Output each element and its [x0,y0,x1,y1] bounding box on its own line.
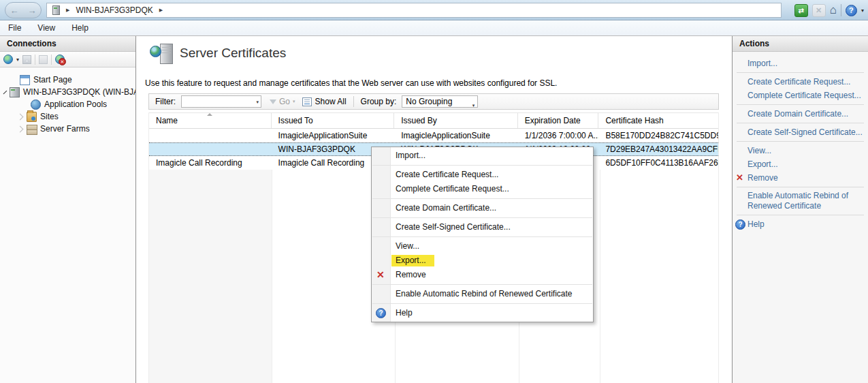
expand-icon[interactable] [17,125,24,132]
server-certificates-icon [150,44,176,65]
filter-combobox[interactable]: ▾ [176,95,261,108]
action-help[interactable]: ? Help [733,217,868,231]
menu-divider [372,284,592,285]
go-button-disabled: Go [279,97,290,106]
tree-item-application-pools[interactable]: Application Pools [0,98,135,110]
toolbar-divider [841,4,841,16]
actions-divider [737,123,864,123]
action-create-self-signed-certificate[interactable]: Create Self-Signed Certificate... [733,125,868,139]
filter-dropdown-icon[interactable]: ▾ [256,99,259,105]
sorted-column-shade [149,170,272,383]
go-dropdown-icon: ▾ [293,99,295,104]
collapse-icon[interactable] [3,90,7,94]
application-pools-icon [31,99,41,110]
tree-item-server-farms[interactable]: Server Farms [0,123,135,135]
action-remove[interactable]: ✕ Remove [733,171,868,185]
filter-toolbar: Filter: ▾ Go ▾ Show All Group by: No Gro… [148,93,719,110]
column-header-issued-by[interactable]: Issued By [394,113,518,128]
menu-help[interactable]: Help [63,23,97,33]
menu-item-remove[interactable]: ✕ Remove [372,268,593,282]
show-all-button[interactable]: Show All [315,97,347,106]
menu-view[interactable]: View [29,23,63,33]
menu-divider [372,198,592,199]
toolbar-divider [51,55,52,65]
menu-divider [372,217,592,218]
server-farms-icon [27,124,37,134]
menu-item-create-certificate-request[interactable]: Create Certificate Request... [372,168,593,182]
iis-manager-window: ← → ▶ WIN-BJAF3G3PDQK ▶ ⇄ ✕ ⌂ ? ▾ File V… [0,0,868,383]
actions-list: Import... Create Certificate Request... … [733,52,868,231]
group-by-value: No Grouping [406,97,452,106]
remove-icon: ✕ [736,173,743,183]
menu-item-import[interactable]: Import... [372,149,593,163]
expand-icon[interactable] [17,113,24,120]
topbar-buttons: ⇄ ✕ ⌂ ? ▾ [794,3,864,18]
tree-item-sites[interactable]: Sites [0,110,135,123]
breadcrumb-server-name[interactable]: WIN-BJAF3G3PDQK [76,5,152,15]
actions-divider [737,141,864,142]
table-row[interactable]: ImagicleApplicationSuite ImagicleApplica… [149,129,718,142]
stop-icon-disabled: ✕ [812,4,826,17]
filter-input[interactable] [181,95,261,108]
sites-folder-icon [27,112,37,122]
menu-item-enable-automatic-rebind[interactable]: Enable Automatic Rebind of Renewed Certi… [372,287,593,301]
group-by-select[interactable]: No Grouping ▾ [402,95,478,108]
menu-file[interactable]: File [0,23,29,33]
actions-divider [737,215,864,215]
yellow-highlight[interactable]: Export... [391,255,434,266]
create-connection-icon[interactable] [3,55,13,64]
back-icon[interactable]: ← [10,6,19,15]
toolbar-divider [353,96,354,107]
connections-header: Connections [0,36,135,52]
disconnect-icon[interactable] [55,55,65,64]
forward-icon[interactable]: → [28,6,37,15]
breadcrumb-arrow-icon[interactable]: ▶ [66,7,69,13]
help-icon[interactable]: ? [846,5,857,16]
actions-divider [737,187,864,187]
column-header-issued-to[interactable]: Issued To [272,113,395,128]
home-icon[interactable]: ⌂ [830,3,837,17]
tree-item-start-page[interactable]: Start Page [0,74,135,86]
toolbar-divider [35,55,35,65]
action-view[interactable]: View... [733,144,868,157]
show-all-icon[interactable] [302,97,312,106]
menu-item-create-self-signed-certificate[interactable]: Create Self-Signed Certificate... [372,220,593,234]
breadcrumb[interactable]: ▶ WIN-BJAF3G3PDQK ▶ [46,3,782,18]
server-node-icon [10,87,20,97]
remove-icon: ✕ [376,270,385,280]
help-icon: ? [735,219,745,230]
start-page-icon [20,75,30,85]
menu-item-help[interactable]: ? Help [372,306,593,320]
menu-item-create-domain-certificate[interactable]: Create Domain Certificate... [372,201,593,215]
nav-history-buttons: ← → [5,2,42,18]
action-export[interactable]: Export... [733,157,868,171]
menu-divider [372,303,592,304]
restart-icon[interactable]: ⇄ [794,4,808,17]
connections-tree: Start Page WIN-BJAF3G3PDQK (WIN-BJA Appl… [0,67,135,135]
column-header-name[interactable]: Name [149,113,272,128]
group-by-label: Group by: [361,97,397,106]
feature-description: Use this feature to request and manage c… [145,78,557,88]
create-connection-dropdown-icon[interactable]: ▾ [16,57,19,63]
menu-divider [372,236,592,237]
menu-item-export-highlighted[interactable]: Export... [372,254,593,268]
context-menu: Import... Create Certificate Request... … [371,147,594,322]
up-level-icon-disabled [39,55,48,64]
action-import[interactable]: Import... [733,57,868,70]
help-dropdown-icon[interactable]: ▾ [861,7,864,14]
action-enable-automatic-rebind[interactable]: Enable Automatic Rebind of Renewed Certi… [733,189,858,213]
connections-toolbar: ▾ [0,52,135,67]
help-icon: ? [376,308,386,318]
action-create-certificate-request[interactable]: Create Certificate Request... [733,75,868,89]
menu-item-complete-certificate-request[interactable]: Complete Certificate Request... [372,182,593,196]
action-create-domain-certificate[interactable]: Create Domain Certificate... [733,107,868,121]
group-by-dropdown-icon[interactable]: ▾ [472,100,475,111]
action-complete-certificate-request[interactable]: Complete Certificate Request... [733,89,868,102]
menu-item-view[interactable]: View... [372,239,593,254]
tree-item-server[interactable]: WIN-BJAF3G3PDQK (WIN-BJA [0,86,135,98]
breadcrumb-arrow-icon[interactable]: ▶ [159,7,163,13]
page-title: Server Certificates [180,46,286,61]
column-header-certificate-hash[interactable]: Certificate Hash [598,113,718,128]
column-header-expiration-date[interactable]: Expiration Date [518,113,599,128]
navigation-bar: ← → ▶ WIN-BJAF3G3PDQK ▶ ⇄ ✕ ⌂ ? ▾ [0,0,868,20]
